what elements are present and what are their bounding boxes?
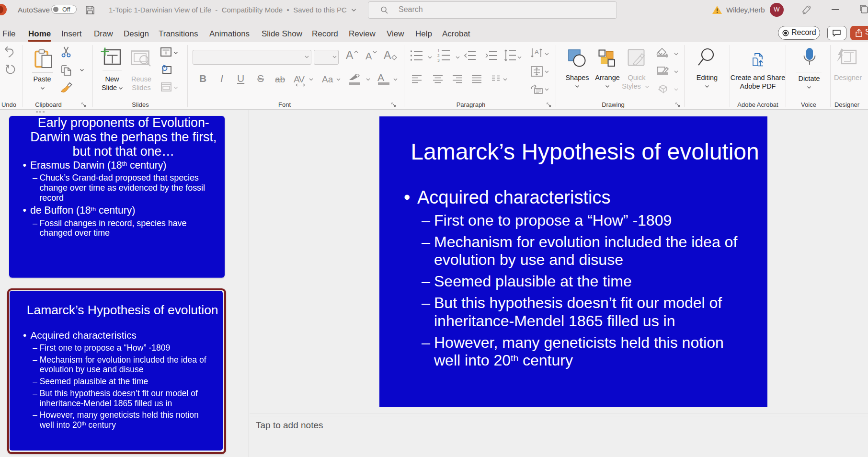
svg-text:1: 1 [437, 49, 440, 53]
svg-text:A: A [535, 48, 539, 56]
svg-text:2: 2 [437, 53, 440, 58]
svg-text:3: 3 [437, 58, 440, 62]
